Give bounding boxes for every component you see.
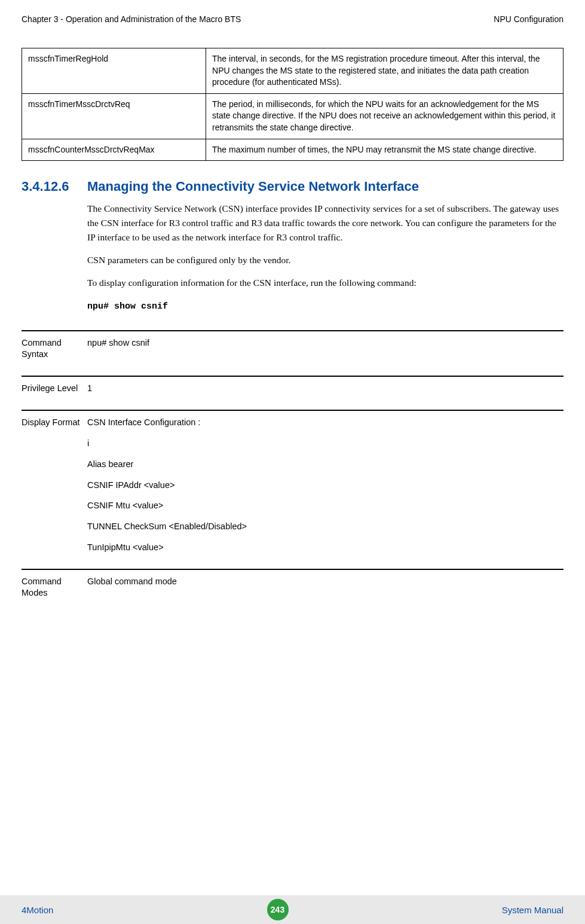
param-desc: The period, in milliseconds, for which t… bbox=[206, 93, 563, 139]
info-label: Command Syntax bbox=[22, 337, 87, 360]
display-line: CSN Interface Configuration : bbox=[87, 417, 247, 428]
header-right: NPU Configuration bbox=[494, 14, 563, 24]
param-desc: The maximum number of times, the NPU may… bbox=[206, 139, 563, 161]
command-text: npu# show csnif bbox=[87, 301, 168, 312]
parameter-table: msscfnTimerRegHold The interval, in seco… bbox=[22, 48, 563, 161]
section-heading: 3.4.12.6 Managing the Connectivity Servi… bbox=[22, 179, 563, 194]
info-content: 1 bbox=[87, 383, 92, 394]
display-line: CSNIF IPAddr <value> bbox=[87, 480, 247, 491]
param-desc: The interval, in seconds, for the MS reg… bbox=[206, 48, 563, 94]
info-content: CSN Interface Configuration : i Alias be… bbox=[87, 417, 247, 553]
display-line: TunIpipMtu <value> bbox=[87, 542, 247, 553]
footer-right: System Manual bbox=[502, 905, 563, 915]
page-footer: 4Motion 243 System Manual bbox=[0, 895, 585, 924]
privilege-level-row: Privilege Level 1 bbox=[22, 376, 563, 394]
param-name: msscfnTimerMsscDrctvReq bbox=[22, 93, 206, 139]
page-header: Chapter 3 - Operation and Administration… bbox=[22, 14, 563, 24]
display-format-row: Display Format CSN Interface Configurati… bbox=[22, 410, 563, 553]
paragraph: CSN parameters can be configured only by… bbox=[87, 253, 563, 267]
table-row: msscfnTimerMsscDrctvReq The period, in m… bbox=[22, 93, 563, 139]
param-name: msscfnTimerRegHold bbox=[22, 48, 206, 94]
info-label: Display Format bbox=[22, 417, 87, 553]
info-content: npu# show csnif bbox=[87, 337, 149, 360]
header-left: Chapter 3 - Operation and Administration… bbox=[22, 14, 241, 24]
section-title: Managing the Connectivity Service Networ… bbox=[87, 179, 419, 194]
info-label: Privilege Level bbox=[22, 383, 87, 394]
command-line: npu# show csnif bbox=[87, 298, 563, 313]
page-container: Chapter 3 - Operation and Administration… bbox=[0, 0, 585, 924]
command-modes-row: Command Modes Global command mode bbox=[22, 569, 563, 599]
table-row: msscfnTimerRegHold The interval, in seco… bbox=[22, 48, 563, 94]
page-number-badge: 243 bbox=[267, 899, 289, 920]
paragraph: To display configuration information for… bbox=[87, 276, 563, 290]
param-name: msscfnCounterMsscDrctvReqMax bbox=[22, 139, 206, 161]
display-line: Alias bearer bbox=[87, 459, 247, 470]
footer-left: 4Motion bbox=[22, 905, 53, 915]
display-line: CSNIF Mtu <value> bbox=[87, 500, 247, 511]
section-number: 3.4.12.6 bbox=[22, 179, 87, 194]
info-block: Command Syntax npu# show csnif Privilege… bbox=[22, 330, 563, 598]
display-line: i bbox=[87, 438, 247, 449]
table-row: msscfnCounterMsscDrctvReqMax The maximum… bbox=[22, 139, 563, 161]
info-content: Global command mode bbox=[87, 576, 177, 599]
command-syntax-row: Command Syntax npu# show csnif bbox=[22, 330, 563, 360]
display-line: TUNNEL CheckSum <Enabled/Disabled> bbox=[87, 521, 247, 532]
paragraph: The Connectivity Service Network (CSN) i… bbox=[87, 202, 563, 245]
info-label: Command Modes bbox=[22, 576, 87, 599]
